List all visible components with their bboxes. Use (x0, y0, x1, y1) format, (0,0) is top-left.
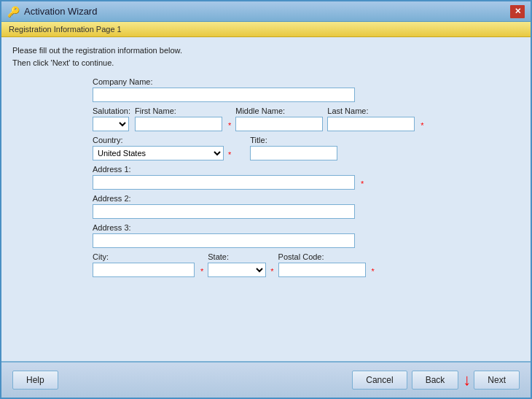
company-name-input[interactable] (93, 88, 355, 102)
address2-group: Address 2: (93, 194, 355, 219)
activation-wizard-window: 🔑 Activation Wizard ✕ Registration Infor… (0, 0, 532, 399)
name-row: Salutation: Mr. Ms. Mrs. Dr. First Name:… (93, 106, 447, 131)
state-label: State: (208, 252, 273, 261)
first-name-group: First Name: (135, 106, 222, 131)
address3-row: Address 3: (93, 223, 447, 248)
company-name-label: Company Name: (93, 77, 355, 86)
footer-right: Cancel Back ↓ Next (352, 371, 520, 390)
address1-group: Address 1: (93, 165, 355, 190)
country-title-row: Country: United States Canada United Kin… (93, 136, 447, 160)
title-group: Title: (250, 136, 337, 160)
postal-group: Postal Code: (278, 252, 366, 277)
title-bar: 🔑 Activation Wizard ✕ (1, 1, 531, 22)
last-name-label: Last Name: (327, 106, 415, 115)
address1-required: * (361, 179, 364, 188)
page-header: Registration Information Page 1 (1, 22, 531, 37)
country-inline: United States Canada United Kingdom Aust… (93, 146, 231, 160)
instruction-line1: Please fill out the registration informa… (12, 44, 520, 57)
address3-group: Address 3: (93, 223, 355, 248)
first-name-required: * (228, 121, 231, 130)
postal-required: * (372, 267, 375, 276)
company-name-group: Company Name: (93, 77, 355, 102)
footer-bar: Help Cancel Back ↓ Next (1, 361, 531, 398)
postal-label: Postal Code: (278, 252, 366, 261)
next-btn-wrapper: ↓ Next (463, 371, 520, 390)
company-name-row: Company Name: (93, 77, 447, 102)
next-button[interactable]: Next (474, 371, 520, 390)
middle-name-label: Middle Name: (235, 106, 323, 115)
window-title: Activation Wizard (24, 6, 97, 17)
help-button[interactable]: Help (12, 371, 58, 390)
address1-row: Address 1: * (93, 165, 447, 190)
address1-input[interactable] (93, 175, 355, 190)
title-label: Title: (250, 136, 337, 144)
page-header-text: Registration Information Page 1 (9, 25, 122, 34)
cancel-button[interactable]: Cancel (352, 371, 407, 390)
city-input[interactable] (93, 263, 195, 277)
address3-label: Address 3: (93, 223, 355, 232)
middle-name-group: Middle Name: (235, 106, 323, 131)
close-button[interactable]: ✕ (510, 5, 525, 18)
salutation-group: Salutation: Mr. Ms. Mrs. Dr. (93, 106, 130, 131)
country-label: Country: (93, 136, 231, 144)
footer-left: Help (12, 371, 58, 390)
state-inline: AL CA NY TX * (208, 263, 273, 277)
address1-label: Address 1: (93, 165, 355, 174)
back-button[interactable]: Back (412, 371, 459, 390)
address3-input[interactable] (93, 233, 355, 248)
middle-name-input[interactable] (235, 117, 323, 131)
first-name-input[interactable] (135, 117, 222, 131)
instruction-text: Please fill out the registration informa… (12, 44, 520, 69)
city-label: City: (93, 252, 195, 261)
state-group: State: AL CA NY TX * (208, 252, 273, 277)
key-icon: 🔑 (7, 6, 20, 18)
country-required: * (228, 150, 231, 159)
last-name-input[interactable] (327, 117, 415, 131)
last-name-group: Last Name: (327, 106, 415, 131)
country-group: Country: United States Canada United Kin… (93, 136, 231, 160)
state-required: * (270, 267, 273, 276)
country-select[interactable]: United States Canada United Kingdom Aust… (93, 146, 224, 160)
title-input[interactable] (250, 146, 337, 160)
city-required: * (200, 267, 203, 276)
salutation-select[interactable]: Mr. Ms. Mrs. Dr. (93, 117, 129, 131)
address2-input[interactable] (93, 204, 355, 219)
address2-row: Address 2: (93, 194, 447, 219)
first-name-label: First Name: (135, 106, 222, 115)
arrow-down-icon: ↓ (463, 372, 471, 388)
title-bar-left: 🔑 Activation Wizard (7, 6, 97, 18)
salutation-label: Salutation: (93, 106, 130, 115)
form-area: Company Name: Salutation: Mr. Ms. Mrs. D… (12, 77, 520, 277)
content-area: Please fill out the registration informa… (1, 37, 531, 361)
last-name-required: * (420, 121, 423, 130)
instruction-line2: Then click 'Next' to continue. (12, 57, 520, 69)
city-group: City: (93, 252, 195, 277)
city-state-postal-row: City: * State: AL CA NY TX * (93, 252, 447, 277)
address2-label: Address 2: (93, 194, 355, 203)
state-select[interactable]: AL CA NY TX (208, 263, 266, 277)
postal-input[interactable] (278, 263, 366, 277)
